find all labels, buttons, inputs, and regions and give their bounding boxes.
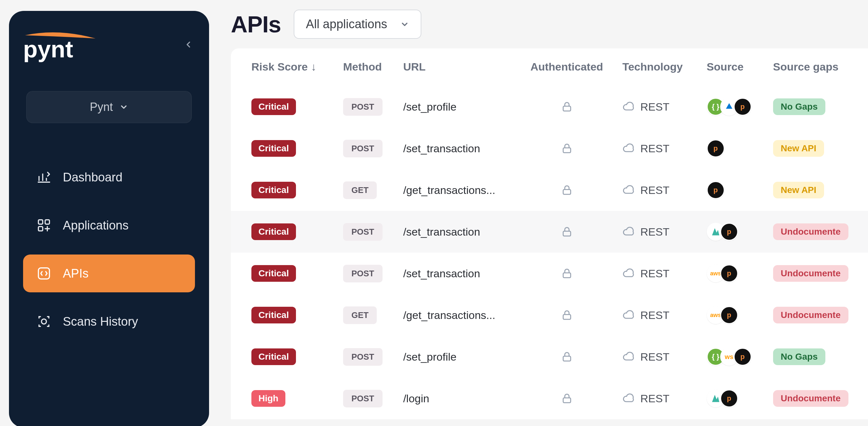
- sidebar-item-scans-history[interactable]: Scans History: [23, 303, 195, 340]
- main-content: APIs All applications Risk Score↓ Method…: [218, 0, 868, 426]
- source-cell: awsp: [707, 306, 760, 324]
- apis-icon: [36, 265, 52, 282]
- col-tech[interactable]: Technology: [616, 52, 700, 86]
- technology-cell: REST: [622, 142, 694, 155]
- risk-badge: Critical: [251, 182, 296, 198]
- api-url: /login: [403, 392, 429, 404]
- col-method[interactable]: Method: [337, 52, 397, 86]
- svg-rect-6: [563, 148, 570, 153]
- authenticated-cell: [524, 100, 610, 113]
- table-row[interactable]: Critical POST /set_profile REST { }p No …: [231, 86, 868, 128]
- table-row[interactable]: Critical POST /set_transaction REST awsp…: [231, 253, 868, 294]
- sidebar-item-applications[interactable]: Applications: [23, 206, 195, 244]
- technology-cell: REST: [622, 184, 694, 196]
- dashboard-icon: [36, 169, 52, 185]
- col-gaps[interactable]: Source gaps: [767, 52, 868, 86]
- table-header-row: Risk Score↓ Method URL Authenticated Tec…: [231, 52, 868, 86]
- apis-table: Risk Score↓ Method URL Authenticated Tec…: [231, 48, 868, 419]
- risk-badge: Critical: [251, 223, 296, 240]
- technology-cell: REST: [622, 225, 694, 238]
- api-url: /get_transactions...: [403, 184, 495, 196]
- sidebar-item-apis[interactable]: APIs: [23, 255, 195, 292]
- table-row[interactable]: Critical POST /set_profile REST { }wsp N…: [231, 336, 868, 378]
- api-url: /get_transactions...: [403, 309, 495, 321]
- table-row[interactable]: Critical GET /get_transactions... REST p…: [231, 169, 868, 211]
- col-url[interactable]: URL: [397, 52, 518, 86]
- source-gap-badge: Undocumente: [773, 265, 848, 282]
- tech-label: REST: [640, 309, 670, 322]
- risk-badge: Critical: [251, 140, 296, 157]
- scans-history-icon: [36, 314, 52, 329]
- source-cell: awsp: [707, 264, 760, 283]
- cloud-icon: [622, 392, 635, 405]
- svg-rect-1: [45, 220, 50, 224]
- source-pynt-icon: p: [720, 389, 738, 407]
- method-badge: GET: [343, 182, 377, 199]
- table-row[interactable]: Critical POST /set_transaction REST p Ne…: [231, 128, 868, 169]
- source-gap-badge: No Gaps: [773, 98, 825, 115]
- tech-label: REST: [640, 184, 670, 196]
- org-selector[interactable]: Pynt: [26, 91, 192, 123]
- lock-icon: [560, 309, 573, 322]
- risk-badge: Critical: [251, 349, 296, 365]
- cloud-icon: [622, 100, 635, 113]
- source-cell: p: [707, 389, 760, 407]
- col-risk[interactable]: Risk Score↓: [231, 52, 337, 86]
- api-url: /set_transaction: [403, 142, 480, 155]
- api-url: /set_transaction: [403, 226, 480, 238]
- api-url: /set_profile: [403, 351, 456, 363]
- cloud-icon: [622, 142, 635, 155]
- svg-rect-5: [563, 106, 570, 111]
- source-cell: p: [707, 139, 760, 157]
- authenticated-cell: [524, 350, 610, 363]
- svg-rect-9: [563, 273, 570, 277]
- lock-icon: [560, 184, 573, 196]
- cloud-icon: [622, 350, 635, 363]
- svg-rect-3: [38, 268, 50, 279]
- brand-logo: pynt: [23, 27, 97, 62]
- table-row[interactable]: Critical POST /set_transaction REST p Un…: [231, 211, 868, 253]
- cloud-icon: [622, 225, 635, 238]
- lock-icon: [560, 350, 573, 363]
- source-gap-badge: No Gaps: [773, 349, 825, 365]
- lock-icon: [560, 225, 573, 238]
- sidebar: pynt Pynt Dashboard: [0, 0, 218, 426]
- api-url: /set_profile: [403, 101, 456, 113]
- sort-desc-icon: ↓: [311, 61, 316, 73]
- source-pynt-icon: p: [734, 98, 752, 116]
- sidebar-item-label: Applications: [63, 219, 129, 232]
- source-gap-badge: Undocumente: [773, 223, 848, 240]
- lock-icon: [560, 100, 573, 113]
- authenticated-cell: [524, 309, 610, 322]
- tech-label: REST: [640, 392, 670, 405]
- tech-label: REST: [640, 226, 670, 238]
- method-badge: POST: [343, 390, 382, 407]
- api-url: /set_transaction: [403, 267, 480, 280]
- filter-label: All applications: [306, 17, 387, 31]
- svg-rect-7: [563, 190, 570, 194]
- tech-label: REST: [640, 267, 670, 280]
- sidebar-item-label: Scans History: [63, 315, 138, 329]
- svg-point-4: [41, 319, 46, 324]
- source-gap-badge: New API: [773, 140, 824, 157]
- technology-cell: REST: [622, 392, 694, 405]
- pynt-logo-icon: pynt: [23, 27, 97, 62]
- table-row[interactable]: High POST /login REST p Undocumente: [231, 378, 868, 419]
- source-cell: p: [707, 181, 760, 199]
- application-filter[interactable]: All applications: [294, 10, 421, 39]
- sidebar-collapse-button[interactable]: [182, 38, 195, 51]
- chevron-down-icon: [400, 20, 409, 29]
- col-source[interactable]: Source: [700, 52, 767, 86]
- lock-icon: [560, 267, 573, 280]
- col-auth[interactable]: Authenticated: [518, 52, 616, 86]
- source-pynt-icon: p: [707, 139, 725, 157]
- source-gap-badge: Undocumente: [773, 307, 848, 323]
- source-pynt-icon: p: [720, 306, 738, 324]
- sidebar-item-dashboard[interactable]: Dashboard: [23, 158, 195, 196]
- authenticated-cell: [524, 184, 610, 196]
- tech-label: REST: [640, 142, 670, 155]
- method-badge: POST: [343, 140, 382, 157]
- risk-badge: Critical: [251, 98, 296, 115]
- sidebar-nav: Dashboard Applications APIs: [23, 158, 195, 340]
- table-row[interactable]: Critical GET /get_transactions... REST a…: [231, 294, 868, 336]
